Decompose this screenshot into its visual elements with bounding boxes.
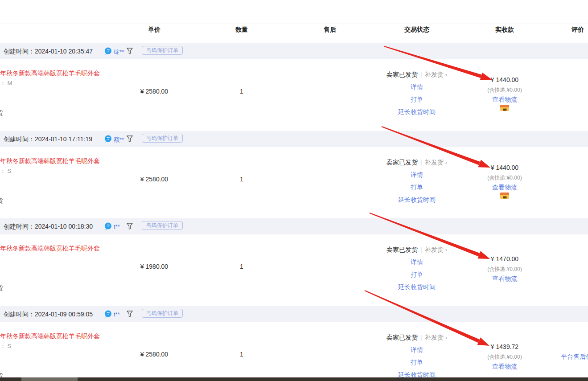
order-row: 创建时间：2024-01-10 00:18:30 t** 号码保护订单 年秋冬新… [0,218,588,306]
received-amount: ¥ 1440.00 [460,76,549,83]
unit-price: ¥ 1980.00 [110,263,199,270]
reship-link[interactable]: 补发货 [425,71,444,78]
extend-receipt-link[interactable]: 延长收货时间 [368,283,466,291]
reship-link[interactable]: 补发货 [425,334,444,341]
chevron-right-icon: › [445,334,447,341]
wangwang-icon[interactable] [104,310,112,318]
column-header-trade-status: 交易状态 [390,26,444,34]
product-size: ： S [0,167,11,175]
clipped-left-text: 货 [0,284,3,292]
unit-price: ¥ 2580.00 [110,176,199,183]
received-amount: ¥ 1470.00 [460,255,549,262]
filter-icon[interactable] [127,223,133,229]
detail-link[interactable]: 详情 [368,83,466,91]
received-amount: ¥ 1439.72 [460,343,549,350]
column-header-rating: 评价 [551,26,588,34]
product-size: ： M [0,79,12,87]
order-row: 创建时间：2024-01-10 20:35:47 绽** 号码保护订单 年秋冬新… [0,43,588,131]
reship-link[interactable]: 补发货 [425,159,444,166]
column-header-aftersale: 售后 [303,26,357,34]
buyer-nickname[interactable]: 绽** [114,48,124,56]
order-created-time: 创建时间：2024-01-10 20:35:47 [4,48,93,56]
detail-link[interactable]: 详情 [368,171,466,179]
trade-status: 卖家已发货|补发货 › [368,334,466,342]
order-header-band: 创建时间：2024-01-10 00:18:30 t** 号码保护订单 [0,218,588,234]
view-logistics-link[interactable]: 查看物流 [460,275,549,283]
quantity: 1 [197,263,286,270]
unit-price: ¥ 2580.00 [110,351,199,358]
product-title[interactable]: 年秋冬新款高端韩版宽松羊毛呢外套 [0,70,100,78]
order-header-band: 创建时间：2024-01-09 00:59:05 t** 号码保护订单 [0,306,588,322]
product-title[interactable]: 年秋冬新款高端韩版宽松羊毛呢外套 [0,157,100,165]
print-order-link[interactable]: 打单 [368,184,466,192]
quantity: 1 [197,88,286,95]
product-title[interactable]: 年秋冬新款高端韩版宽松羊毛呢外套 [0,245,100,253]
clipped-left-text: 货 [0,109,3,117]
chevron-right-icon: › [445,71,447,78]
header-divider [0,24,588,24]
platform-aftersale-link[interactable]: 平台售后任 [561,353,588,361]
wangwang-icon[interactable] [104,47,112,55]
order-header-band: 创建时间：2024-01-10 20:35:47 绽** 号码保护订单 [0,43,588,59]
number-protect-badge: 号码保护订单 [142,134,183,143]
number-protect-badge: 号码保护订单 [142,309,183,318]
product-title[interactable]: 年秋冬新款高端韩版宽松羊毛呢外套 [0,332,100,340]
order-row: 创建时间：2024-01-10 17:11:19 额** 号码保护订单 年秋冬新… [0,131,588,219]
buyer-nickname[interactable]: 额** [114,136,124,144]
horizontal-scrollbar[interactable] [0,377,588,381]
column-header-unit-price: 单价 [127,26,181,34]
print-order-link[interactable]: 打单 [368,96,466,104]
payment-card-icon[interactable] [500,105,509,111]
order-row: 创建时间：2024-01-09 00:59:05 t** 号码保护订单 年秋冬新… [0,306,588,381]
shipping-included-note: (含快递:¥0.00) [460,86,549,94]
shipping-included-note: (含快递:¥0.00) [460,174,549,182]
column-header-received-amount: 实收款 [478,26,531,34]
extend-receipt-link[interactable]: 延长收货时间 [368,196,466,204]
shipping-included-note: (含快递:¥0.00) [460,353,549,361]
order-created-time: 创建时间：2024-01-10 00:18:30 [4,223,93,231]
reship-link[interactable]: 补发货 [425,246,444,253]
order-created-time: 创建时间：2024-01-10 17:11:19 [4,135,92,143]
filter-icon[interactable] [127,311,133,317]
quantity: 1 [197,351,286,358]
trade-status: 卖家已发货|补发货 › [368,246,466,254]
detail-link[interactable]: 详情 [368,258,466,266]
number-protect-badge: 号码保护订单 [142,221,183,230]
order-header-band: 创建时间：2024-01-10 17:11:19 额** 号码保护订单 [0,131,588,147]
chevron-right-icon: › [445,159,447,166]
buyer-nickname[interactable]: t** [114,223,120,230]
print-order-link[interactable]: 打单 [368,271,466,279]
buyer-nickname[interactable]: t** [114,311,120,318]
filter-icon[interactable] [127,135,133,142]
received-amount: ¥ 1440.00 [460,164,549,171]
product-size: ： S [0,342,11,350]
number-protect-badge: 号码保护订单 [142,46,183,55]
scrollbar-thumb[interactable] [21,377,78,381]
filter-icon[interactable] [127,48,133,54]
quantity: 1 [197,176,286,183]
wangwang-icon[interactable] [104,135,112,143]
trade-status: 卖家已发货|补发货 › [368,159,466,167]
payment-card-icon[interactable] [500,193,509,199]
column-header-quantity: 数量 [215,26,268,34]
view-logistics-link[interactable]: 查看物流 [460,363,549,371]
shipping-included-note: (含快递:¥0.00) [460,266,549,273]
view-logistics-link[interactable]: 查看物流 [460,96,549,104]
detail-link[interactable]: 详情 [368,346,466,354]
trade-status: 卖家已发货|补发货 › [368,71,466,79]
clipped-left-text: 货 [0,197,3,205]
order-created-time: 创建时间：2024-01-09 00:59:05 [4,311,93,319]
view-logistics-link[interactable]: 查看物流 [460,184,549,192]
wangwang-icon[interactable] [104,222,112,230]
print-order-link[interactable]: 打单 [368,359,466,367]
chevron-right-icon: › [445,246,447,253]
extend-receipt-link[interactable]: 延长收货时间 [368,108,466,116]
order-list-page: 单价 数量 售后 交易状态 实收款 评价 创建时间：2024-01-10 20:… [0,0,588,381]
unit-price: ¥ 2580.00 [110,88,199,95]
